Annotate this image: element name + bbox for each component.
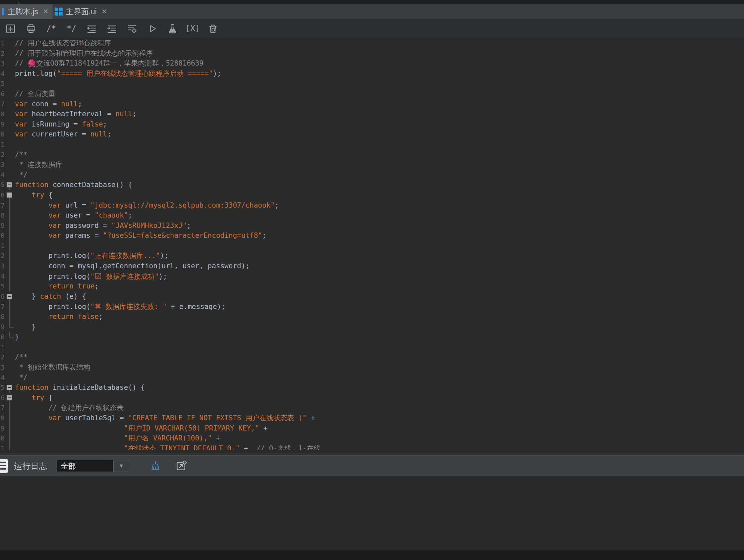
code-text: // 用户在线状态管理心跳程序 (15, 38, 111, 48)
fold-gutter (5, 170, 15, 180)
window-top-tick (18, 1, 19, 4)
fold-gutter (5, 271, 15, 281)
line-number: 9 (0, 119, 5, 129)
line-number: 2 (0, 48, 5, 58)
open-log-window-button[interactable] (174, 459, 188, 473)
collapse-icon[interactable]: − (7, 192, 12, 198)
close-icon[interactable]: ✕ (43, 8, 49, 15)
format-code-button[interactable] (122, 19, 142, 38)
code-text: } (15, 322, 36, 332)
collapse-icon[interactable]: − (7, 395, 12, 400)
comment-start-button[interactable]: /* (41, 19, 61, 38)
code-line: 7var conn = null; (0, 99, 744, 109)
line-number: 4 (0, 69, 5, 79)
checkbox-checked-icon: ☑ (95, 272, 102, 281)
line-number: 2 (0, 251, 5, 261)
code-line: 1 "在线状态 TINYINT DEFAULT 0," + // 0-离线，1-… (0, 443, 744, 450)
variables-button[interactable]: [X] (183, 19, 203, 38)
broom-icon (148, 459, 162, 473)
fold-guide-line (9, 241, 10, 251)
fold-gutter (5, 443, 15, 450)
code-text: var currentUser = null; (15, 129, 111, 139)
code-line: 2/** (0, 352, 744, 362)
chevron-down-icon[interactable]: ▼ (113, 460, 129, 472)
printer-icon (26, 23, 36, 34)
fold-guide-corner (9, 337, 13, 337)
cross-mark-icon: ✖ (95, 302, 101, 311)
line-number: 9 (0, 221, 5, 231)
test-button[interactable] (162, 19, 183, 38)
fold-gutter (5, 362, 15, 372)
fold-guide-line (9, 231, 10, 241)
line-number: 5 (0, 383, 5, 393)
code-text: return true; (15, 281, 99, 291)
code-line: 9 } (0, 322, 744, 332)
fold-gutter (5, 78, 15, 89)
plus-square-icon (5, 23, 16, 34)
print-button[interactable] (21, 19, 41, 38)
collapse-icon[interactable]: − (7, 182, 12, 188)
fold-gutter (5, 332, 15, 342)
collapse-icon[interactable]: − (7, 294, 12, 299)
fold-gutter (5, 58, 15, 69)
fold-guide-line (9, 198, 10, 200)
fold-gutter (5, 433, 15, 443)
fold-gutter (5, 231, 15, 241)
code-line: 6// 全局变量 (0, 89, 744, 99)
new-add-button[interactable] (1, 19, 21, 38)
run-button[interactable] (142, 19, 162, 38)
code-line: 6− } catch (e) { (0, 291, 744, 302)
code-text: function initializeDatabase() { (15, 383, 145, 393)
code-text: var url = "jdbc:mysql://mysql2.sqlpub.co… (15, 200, 279, 211)
tab-bar: 主脚本.js✕主界面.ui✕ (0, 4, 744, 19)
line-number: 9 (0, 423, 5, 434)
comment-end-button[interactable]: */ (61, 19, 81, 38)
line-number: 7 (0, 302, 5, 312)
fold-guide-line (9, 271, 10, 281)
fold-guide-line (9, 390, 10, 393)
outdent-button[interactable] (81, 19, 102, 38)
code-line: 6− try { (0, 393, 744, 403)
tab-main-ui[interactable]: 主界面.ui✕ (53, 4, 111, 19)
comment-end-button-glyph: */ (67, 24, 76, 33)
log-output-area[interactable] (0, 476, 744, 550)
trash-refresh-icon (208, 23, 218, 34)
clear-button[interactable] (203, 19, 223, 38)
line-number: 8 (0, 413, 5, 423)
line-number: 7 (0, 99, 5, 109)
code-text: var user = "chaook"; (15, 210, 132, 221)
code-text: // 全局变量 (15, 89, 55, 99)
code-line: 3// 🧶交流QQ群711841924群一，苹果内测群，528816639 (0, 58, 744, 69)
fold-gutter (5, 312, 15, 322)
indent-button[interactable] (102, 19, 122, 38)
code-text: /** (15, 150, 28, 160)
log-panel-title: 运行日志 (14, 461, 47, 472)
code-line: 3 * 初始化数据库表结构 (0, 362, 744, 372)
code-text: } catch (e) { (15, 291, 86, 302)
line-number: 8 (0, 312, 5, 322)
tab-main-script[interactable]: 主脚本.js✕ (0, 4, 53, 19)
code-line: 0 var params = "?useSSL=false&characterE… (0, 231, 744, 241)
code-line: 4 */ (0, 372, 744, 383)
fold-gutter (5, 119, 15, 129)
fold-guide-line (9, 302, 10, 312)
fold-guide-corner (9, 327, 13, 327)
log-filter-select[interactable]: 全部 ▼ (57, 460, 129, 472)
collapse-icon[interactable]: − (7, 385, 12, 390)
code-editor[interactable]: 1// 用户在线状态管理心跳程序2// 用于跟踪和管理用户在线状态的示例程序3/… (0, 38, 744, 450)
code-line: 5−function connectDatabase() { (0, 180, 744, 190)
clear-log-button[interactable] (148, 459, 162, 473)
line-number: 5 (0, 78, 5, 89)
close-icon[interactable]: ✕ (102, 8, 107, 15)
code-text: print.log("✖ 数据库连接失败: " + e.message); (15, 302, 225, 312)
code-line: 0} (0, 332, 744, 342)
fold-gutter (5, 139, 15, 150)
code-line: 6− try { (0, 190, 744, 200)
fold-gutter (5, 160, 15, 170)
fold-gutter (5, 302, 15, 312)
ui-grid-icon (55, 8, 63, 15)
code-text: */ (15, 372, 28, 383)
bottom-strip (0, 550, 744, 560)
line-number: 4 (0, 271, 5, 281)
code-text: var heartbeatInterval = null; (15, 109, 137, 119)
